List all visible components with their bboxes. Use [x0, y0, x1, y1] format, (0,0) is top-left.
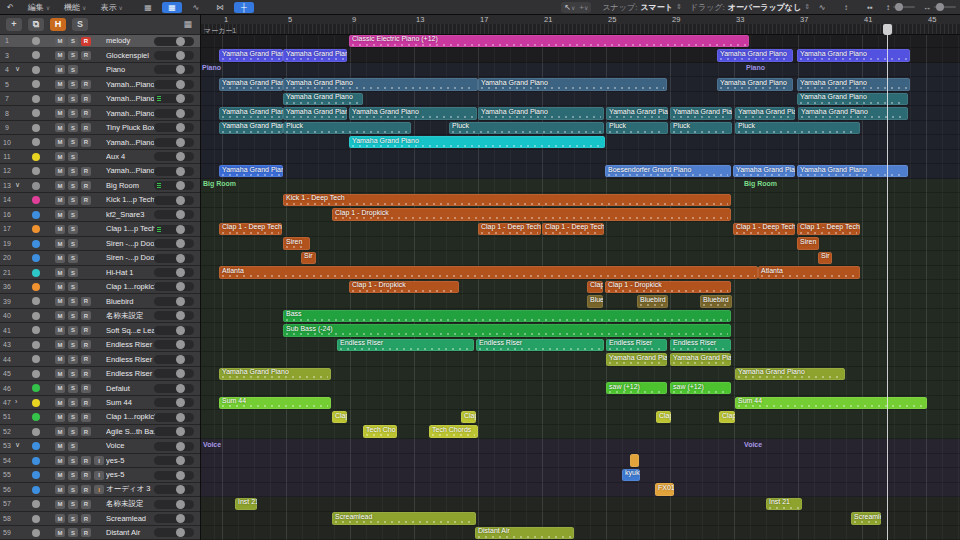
solo-button[interactable]: S — [68, 500, 78, 509]
playhead[interactable] — [887, 24, 888, 540]
volume-slider[interactable] — [154, 500, 194, 509]
track-header-row[interactable]: 11MSAux 4 — [0, 150, 200, 164]
region[interactable]: Yamaha Grand Piano — [219, 49, 283, 61]
volume-knob[interactable] — [176, 500, 185, 509]
region[interactable]: Pluck — [449, 122, 604, 134]
region[interactable]: FX01 — [655, 483, 674, 495]
region[interactable]: Pluck — [283, 122, 411, 134]
mute-button[interactable]: M — [55, 51, 65, 60]
mute-button[interactable]: M — [55, 311, 65, 320]
region[interactable]: Sir — [301, 252, 316, 264]
mute-button[interactable]: M — [55, 239, 65, 248]
track-name[interactable]: Big Room — [106, 179, 158, 192]
track-header-row[interactable]: 12MSRYamah...Piano — [0, 164, 200, 178]
input-monitor-button[interactable]: I — [94, 471, 104, 480]
volume-knob[interactable] — [176, 427, 185, 436]
volume-slider[interactable] — [154, 528, 194, 537]
region[interactable]: Yamaha Grand Piano — [733, 165, 795, 177]
region[interactable]: Yamaha Grand Piano — [797, 93, 908, 105]
volume-slider[interactable] — [154, 297, 194, 306]
region[interactable]: Endless Riser — [337, 339, 474, 351]
track-name[interactable]: Yamah...Piano — [106, 77, 158, 90]
track-header-row[interactable]: 16MSkf2_Snare3 — [0, 208, 200, 222]
volume-knob[interactable] — [176, 51, 185, 60]
volume-knob[interactable] — [176, 239, 185, 248]
region[interactable]: Yamaha Grand Piano — [798, 107, 908, 119]
volume-slider[interactable] — [154, 485, 194, 494]
solo-button[interactable]: S — [68, 471, 78, 480]
volume-knob[interactable] — [176, 442, 185, 451]
region[interactable]: Yamaha Grand Piano — [349, 107, 477, 119]
command-tool-button[interactable]: +∨ — [579, 3, 588, 12]
solo-button[interactable]: S — [68, 109, 78, 118]
volume-slider[interactable] — [154, 369, 194, 378]
mute-button[interactable]: M — [55, 65, 65, 74]
track-name[interactable]: Agile S...th Bass — [106, 425, 158, 438]
volume-slider[interactable] — [154, 442, 194, 451]
track-lane[interactable]: kyuk — [200, 468, 960, 482]
solo-button[interactable]: S — [68, 485, 78, 494]
marker-strip[interactable]: マーカー1 — [200, 24, 960, 35]
track-name[interactable]: オーディオ 3 — [106, 483, 158, 496]
solo-button[interactable]: S — [68, 282, 78, 291]
solo-button[interactable]: S — [68, 514, 78, 523]
track-name[interactable]: Sum 44 — [106, 396, 158, 409]
volume-knob[interactable] — [176, 254, 185, 263]
track-header-row[interactable]: 56MSRIオーディオ 3 — [0, 483, 200, 497]
track-lane[interactable]: Kick 1 - Deep Tech — [200, 193, 960, 207]
region[interactable]: Bluebird — [700, 295, 732, 307]
bar-ruler[interactable]: 159131721252933374145 — [200, 14, 960, 24]
region[interactable]: Clap 1 - Deep Tech — [797, 223, 860, 235]
region[interactable]: Bass — [283, 310, 731, 322]
track-header-row[interactable]: 14MSRKick 1...p Tech — [0, 193, 200, 207]
track-name[interactable]: Endless Riser — [106, 352, 158, 365]
solo-button[interactable]: S — [68, 65, 78, 74]
volume-slider[interactable] — [154, 167, 194, 176]
volume-knob[interactable] — [176, 181, 185, 190]
region[interactable]: Inst 21 — [766, 498, 802, 510]
region[interactable]: Kick 1 - Deep Tech — [283, 194, 731, 206]
track-lane[interactable]: Clap 1 - DropkickClapClap 1 - Dropkick — [200, 280, 960, 294]
track-name[interactable]: Yamah...Piano — [106, 135, 158, 148]
region[interactable]: Yamaha Grand Piano — [717, 78, 793, 90]
track-header-row[interactable]: 52MSRAgile S...th Bass — [0, 425, 200, 439]
vertical-zoom-slider[interactable]: ↕ — [886, 3, 915, 12]
volume-slider[interactable] — [154, 427, 194, 436]
region[interactable]: Pluck — [735, 122, 860, 134]
region[interactable]: Siren — [797, 237, 819, 249]
track-name[interactable]: yes-5 — [106, 468, 158, 481]
region[interactable]: Screamlead — [332, 512, 476, 524]
track-header-row[interactable]: 17MSClap 1...p Tech — [0, 222, 200, 236]
track-lane[interactable] — [200, 150, 960, 164]
region[interactable]: Atlanta — [758, 266, 860, 278]
track-header-row[interactable]: 39MSRBluebird — [0, 294, 200, 308]
solo-button[interactable]: S — [68, 398, 78, 407]
region[interactable]: Yamaha Grand Piano — [670, 107, 732, 119]
region[interactable]: Clap 1 - Dropkick — [332, 208, 731, 220]
hide-tracks-button[interactable]: H — [50, 18, 66, 31]
track-header-row[interactable]: 47›MSRSum 44 — [0, 396, 200, 410]
track-header-row[interactable]: 7MSRYamah...Piano — [0, 92, 200, 106]
record-enable-button[interactable]: R — [81, 109, 91, 118]
mute-button[interactable]: M — [55, 282, 65, 291]
track-lane[interactable]: Distant Air — [200, 526, 960, 540]
track-header-row[interactable]: 9MSRTiny Pluck Box — [0, 121, 200, 135]
record-enable-button[interactable]: R — [81, 427, 91, 436]
track-lane[interactable]: Yamaha Grand PianoYamaha Grand Piano — [200, 352, 960, 366]
solo-button[interactable]: S — [68, 94, 78, 103]
volume-knob[interactable] — [176, 413, 185, 422]
track-lane[interactable]: Classic Electric Piano (+12) — [200, 34, 960, 48]
track-lane[interactable]: Yamaha Grand PianoYamaha Grand PianoYama… — [200, 48, 960, 62]
disclosure-triangle-icon[interactable]: ∨ — [15, 181, 20, 189]
volume-slider[interactable] — [154, 311, 194, 320]
region[interactable]: Pluck — [606, 122, 668, 134]
record-enable-button[interactable]: R — [81, 369, 91, 378]
mute-button[interactable]: M — [55, 456, 65, 465]
volume-knob[interactable] — [176, 471, 185, 480]
mute-button[interactable]: M — [55, 485, 65, 494]
solo-button[interactable]: S — [68, 442, 78, 451]
record-enable-button[interactable]: R — [81, 297, 91, 306]
volume-knob[interactable] — [176, 282, 185, 291]
volume-knob[interactable] — [176, 355, 185, 364]
track-header-row[interactable]: 46MSRDefalut — [0, 381, 200, 395]
